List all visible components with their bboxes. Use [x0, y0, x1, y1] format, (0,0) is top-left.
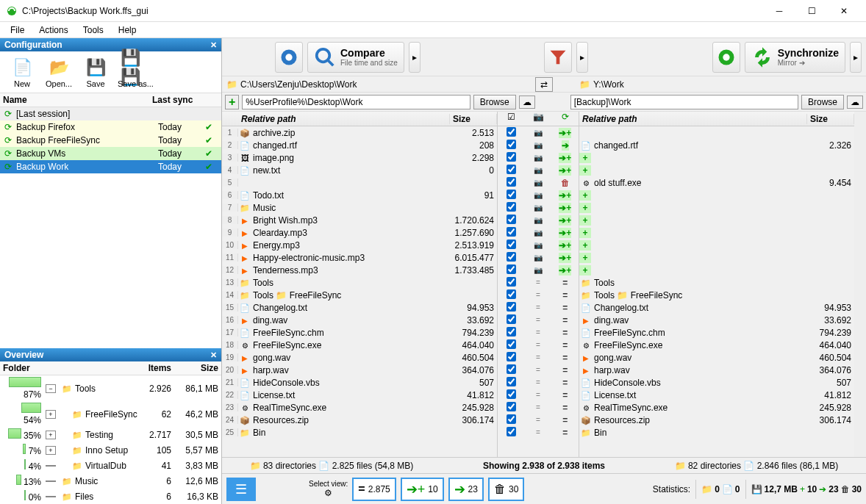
- file-row[interactable]: 5: [222, 176, 497, 189]
- overview-row[interactable]: 35%+Testing2.71730,5 MB: [0, 427, 221, 442]
- file-row[interactable]: 19gong.wav460.504: [222, 351, 497, 364]
- overview-row[interactable]: 87%−Tools2.92686,1 MB: [0, 375, 221, 401]
- file-row[interactable]: 3image.png2.298: [222, 151, 497, 164]
- file-row[interactable]: +: [579, 214, 854, 226]
- left-file-grid[interactable]: Relative pathSize 1archive.zip2.5132chan…: [222, 112, 497, 457]
- file-row[interactable]: 4new.txt0: [222, 164, 497, 176]
- cloud-right-button[interactable]: ☁: [847, 96, 863, 109]
- file-row[interactable]: 12Tenderness.mp31.733.485: [222, 264, 497, 276]
- file-row[interactable]: 23RealTimeSync.exe245.928: [222, 401, 497, 414]
- file-row[interactable]: HideConsole.vbs507: [579, 376, 854, 389]
- file-row[interactable]: FreeFileSync.chm794.239: [579, 326, 854, 339]
- action-row[interactable]: 📷➔+: [498, 239, 579, 251]
- action-row[interactable]: ==: [498, 376, 579, 389]
- file-row[interactable]: 17FreeFileSync.chm794.239: [222, 326, 497, 339]
- config-row[interactable]: ⟳Backup FreeFileSyncToday✔: [0, 134, 221, 147]
- file-row[interactable]: Resources.zip306.174: [579, 414, 854, 426]
- file-row[interactable]: +: [579, 201, 854, 214]
- compare-dropdown[interactable]: ▸: [409, 42, 421, 73]
- action-row[interactable]: ==: [498, 426, 579, 439]
- swap-sides-button[interactable]: ⇄: [535, 77, 553, 92]
- file-row[interactable]: gong.wav460.504: [579, 351, 854, 364]
- overview-row[interactable]: 54%+FreeFileSync6246,2 MB: [0, 401, 221, 427]
- file-row[interactable]: Changelog.txt94.953: [579, 301, 854, 314]
- vertical-scrollbar[interactable]: [854, 112, 866, 457]
- action-row[interactable]: ==: [498, 301, 579, 314]
- file-row[interactable]: FreeFileSync.exe464.040: [579, 339, 854, 351]
- filter-dropdown[interactable]: ▸: [576, 42, 588, 73]
- file-row[interactable]: ding.wav33.692: [579, 314, 854, 326]
- file-row[interactable]: harp.wav364.076: [579, 364, 854, 376]
- file-row[interactable]: 21HideConsole.vbs507: [222, 376, 497, 389]
- action-row[interactable]: ==: [498, 339, 579, 351]
- action-row[interactable]: 📷➔+: [498, 264, 579, 276]
- close-button[interactable]: ✕: [828, 1, 860, 21]
- config-row[interactable]: ⟳Backup WorkToday✔: [0, 160, 221, 173]
- action-row[interactable]: ==: [498, 389, 579, 401]
- right-path-input[interactable]: [570, 95, 798, 109]
- action-row[interactable]: 📷➔+: [498, 126, 579, 139]
- file-row[interactable]: Bin: [579, 426, 854, 439]
- file-row[interactable]: 16ding.wav33.692: [222, 314, 497, 326]
- add-pair-button[interactable]: +: [225, 95, 239, 109]
- file-row[interactable]: +: [579, 151, 854, 164]
- new-button[interactable]: 📄New: [4, 54, 40, 90]
- config-list[interactable]: ⟳[Last session]⟳Backup FirefoxToday✔⟳Bac…: [0, 107, 221, 173]
- saveas-button[interactable]: 💾💾Save as...: [115, 54, 157, 90]
- view-mode-button[interactable]: ☰: [226, 478, 256, 501]
- file-row[interactable]: +: [579, 226, 854, 239]
- compare-settings-button[interactable]: [275, 42, 303, 73]
- action-row[interactable]: ==: [498, 351, 579, 364]
- maximize-button[interactable]: ☐: [795, 1, 828, 21]
- browse-right-button[interactable]: Browse: [801, 95, 844, 109]
- minimize-button[interactable]: ─: [763, 1, 795, 21]
- middle-action-grid[interactable]: ☑📷⟳ 📷➔+📷➔📷➔+📷➔+📷🗑📷➔+📷➔+📷➔+📷➔+📷➔+📷➔+📷➔+==…: [497, 112, 579, 457]
- file-row[interactable]: 15Changelog.txt94.953: [222, 301, 497, 314]
- open-button[interactable]: 📂Open...: [41, 54, 76, 90]
- file-row[interactable]: 14Tools 📁 FreeFileSync: [222, 289, 497, 301]
- action-row[interactable]: 📷➔+: [498, 164, 579, 176]
- config-close-icon[interactable]: ✕: [210, 40, 217, 50]
- file-row[interactable]: 8Bright Wish.mp31.720.624: [222, 214, 497, 226]
- action-row[interactable]: 📷➔+: [498, 201, 579, 214]
- file-row[interactable]: Tools: [579, 276, 854, 289]
- file-row[interactable]: 1archive.zip2.513: [222, 126, 497, 139]
- overview-row[interactable]: 4%VirtualDub413,83 MB: [0, 458, 221, 473]
- file-row[interactable]: old stuff.exe9.454: [579, 176, 854, 189]
- view-delete-button[interactable]: 🗑30: [488, 478, 524, 501]
- compare-button[interactable]: CompareFile time and size: [307, 42, 404, 73]
- action-row[interactable]: 📷➔: [498, 139, 579, 151]
- file-row[interactable]: changed.rtf2.326: [579, 139, 854, 151]
- file-row[interactable]: 20harp.wav364.076: [222, 364, 497, 376]
- file-row[interactable]: 18FreeFileSync.exe464.040: [222, 339, 497, 351]
- category-icon[interactable]: 📷: [525, 112, 552, 126]
- file-row[interactable]: 9Clearday.mp31.257.690: [222, 226, 497, 239]
- action-row[interactable]: 📷➔+: [498, 189, 579, 201]
- browse-left-button[interactable]: Browse: [473, 95, 516, 109]
- action-row[interactable]: ==: [498, 401, 579, 414]
- file-row[interactable]: 22License.txt41.812: [222, 389, 497, 401]
- file-row[interactable]: 2changed.rtf208: [222, 139, 497, 151]
- left-path-input[interactable]: [242, 95, 470, 109]
- file-row[interactable]: +: [579, 239, 854, 251]
- cloud-left-button[interactable]: ☁: [519, 96, 535, 109]
- overview-list[interactable]: 87%−Tools2.92686,1 MB 54%+FreeFileSync62…: [0, 375, 221, 504]
- action-row[interactable]: 📷🗑: [498, 176, 579, 189]
- file-row[interactable]: [579, 126, 854, 139]
- file-row[interactable]: +: [579, 164, 854, 176]
- view-settings-icon[interactable]: ⚙: [324, 488, 332, 498]
- file-row[interactable]: +: [579, 251, 854, 264]
- save-button[interactable]: 💾Save: [78, 54, 113, 90]
- action-row[interactable]: ==: [498, 314, 579, 326]
- action-row[interactable]: ==: [498, 414, 579, 426]
- file-row[interactable]: 24Resources.zip306.174: [222, 414, 497, 426]
- file-row[interactable]: 25Bin: [222, 426, 497, 439]
- right-file-grid[interactable]: Relative pathSize changed.rtf2.326++old …: [579, 112, 854, 457]
- sync-settings-button[interactable]: [712, 42, 740, 73]
- filter-button[interactable]: [544, 42, 572, 73]
- file-row[interactable]: 10Energy.mp32.513.919: [222, 239, 497, 251]
- action-row[interactable]: ==: [498, 276, 579, 289]
- action-row[interactable]: ==: [498, 289, 579, 301]
- file-row[interactable]: 11Happy-electronic-music.mp36.015.477: [222, 251, 497, 264]
- menu-help[interactable]: Help: [112, 24, 143, 37]
